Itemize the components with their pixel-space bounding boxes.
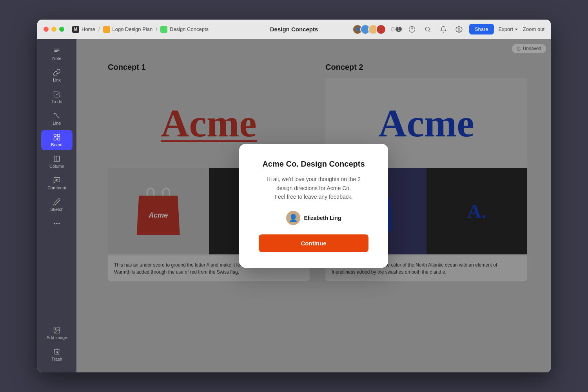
svg-point-5 xyxy=(458,28,460,30)
logo-plan-icon xyxy=(103,26,110,33)
title-bar-right: 👤 1 xyxy=(352,24,544,35)
svg-point-20 xyxy=(54,223,55,224)
notifications-icon[interactable] xyxy=(438,24,449,35)
svg-point-4 xyxy=(425,27,430,31)
sidebar-item-column-label: Column xyxy=(49,164,64,169)
svg-point-24 xyxy=(55,328,56,330)
svg-rect-12 xyxy=(58,138,60,140)
sidebar-item-line[interactable]: Line xyxy=(41,109,73,129)
breadcrumb-sep-2: / xyxy=(156,26,157,33)
close-button[interactable] xyxy=(44,27,49,32)
sidebar-item-column[interactable]: Column xyxy=(41,152,73,172)
zoom-out-button[interactable]: Zoom out xyxy=(523,26,544,32)
continue-button[interactable]: Continue xyxy=(259,234,368,252)
breadcrumb-logo-plan[interactable]: Logo Design Plan xyxy=(103,26,153,33)
export-button[interactable]: Export xyxy=(499,26,519,32)
design-concepts-icon xyxy=(160,26,167,33)
svg-point-3 xyxy=(412,31,412,31)
sidebar: Note Link To-do Line xyxy=(37,39,76,372)
help-icon[interactable] xyxy=(407,24,417,35)
sidebar-item-sketch-label: Sketch xyxy=(50,207,64,212)
sidebar-item-board-label: Board xyxy=(51,142,62,147)
sidebar-item-add-image-label: Add image xyxy=(47,335,67,340)
sidebar-item-line-label: Line xyxy=(53,121,61,125)
maximize-button[interactable] xyxy=(59,27,64,32)
main-layout: Note Link To-do Line xyxy=(37,39,551,372)
settings-icon[interactable] xyxy=(454,24,465,35)
title-bar: M Home / Logo Design Plan / Design Conce… xyxy=(37,20,551,39)
breadcrumb-home[interactable]: M Home xyxy=(72,26,95,33)
sidebar-item-board[interactable]: Board xyxy=(41,130,73,150)
modal-presenter: 👤 Elizabeth Ling xyxy=(259,211,368,225)
sidebar-item-comment-label: Comment xyxy=(47,185,66,190)
sidebar-item-comment[interactable]: Comment xyxy=(41,173,73,193)
device-icon[interactable]: 1 xyxy=(391,24,402,35)
breadcrumb-sep-1: / xyxy=(98,26,100,33)
sidebar-item-note[interactable]: Note xyxy=(41,44,73,64)
sidebar-item-more[interactable] xyxy=(41,216,73,230)
canvas-area: G Unsaved Concept 1 Acme xyxy=(76,39,551,372)
sidebar-item-todo-label: To-do xyxy=(51,99,62,104)
page-title: Design Concepts xyxy=(270,26,318,33)
presenter-name: Elizabeth Ling xyxy=(304,215,341,221)
sidebar-item-link-label: Link xyxy=(53,78,61,82)
sidebar-item-add-image[interactable]: Add image xyxy=(41,323,73,343)
sidebar-item-note-label: Note xyxy=(52,56,61,61)
home-app-icon: M xyxy=(72,26,79,33)
sidebar-item-link[interactable]: Link xyxy=(41,65,73,85)
svg-point-22 xyxy=(58,223,60,224)
presenter-avatar: 👤 xyxy=(286,211,300,225)
svg-point-21 xyxy=(56,223,57,224)
modal-title: Acme Co. Design Concepts xyxy=(259,160,368,169)
modal-body: Hi all, we'd love your thoughts on the 2… xyxy=(259,175,368,201)
traffic-lights xyxy=(44,27,64,32)
svg-rect-10 xyxy=(58,134,60,137)
collaborator-avatars: 👤 xyxy=(352,24,386,34)
svg-rect-0 xyxy=(392,27,394,31)
search-icon[interactable] xyxy=(422,24,433,35)
breadcrumb-design-concepts[interactable]: Design Concepts xyxy=(160,26,209,33)
sidebar-item-sketch[interactable]: Sketch xyxy=(41,195,73,215)
breadcrumb: M Home / Logo Design Plan / Design Conce… xyxy=(72,26,209,33)
minimize-button[interactable] xyxy=(51,27,56,32)
welcome-modal: Acme Co. Design Concepts Hi all, we'd lo… xyxy=(239,144,388,267)
svg-rect-11 xyxy=(54,138,56,140)
sidebar-item-trash[interactable]: Trash xyxy=(41,345,73,365)
device-count: 1 xyxy=(396,27,402,32)
mac-window: M Home / Logo Design Plan / Design Conce… xyxy=(37,20,551,372)
sidebar-item-todo[interactable]: To-do xyxy=(41,87,73,107)
avatar-4 xyxy=(376,24,386,34)
modal-overlay: Acme Co. Design Concepts Hi all, we'd lo… xyxy=(76,39,551,372)
svg-rect-9 xyxy=(54,134,56,137)
sidebar-item-trash-label: Trash xyxy=(51,357,62,361)
share-button[interactable]: Share xyxy=(469,24,494,34)
